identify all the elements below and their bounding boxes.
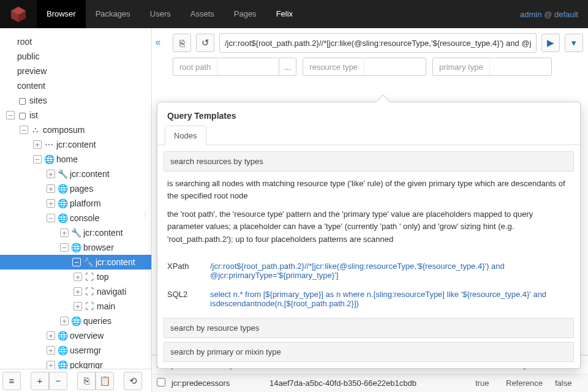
collapse-icon[interactable]: − (6, 111, 15, 119)
expand-icon[interactable]: + (74, 273, 82, 281)
tree-node[interactable]: +🌐queries (59, 314, 151, 328)
login-info[interactable]: admin @ default (510, 10, 588, 19)
tree-node[interactable]: ▢sites (5, 93, 151, 108)
nav-users[interactable]: Users (140, 0, 181, 28)
refresh-button[interactable]: ⟲ (124, 372, 142, 390)
menu-button[interactable]: ≡ (2, 372, 21, 390)
tree-node[interactable]: +🌐usermgr (45, 343, 151, 358)
content-area: « ⎘ ↺ ▶ ▾ root path ... resource type pr… (152, 28, 588, 392)
expand-icon[interactable]: + (60, 228, 69, 237)
tree-node[interactable]: root (5, 34, 151, 49)
expand-icon[interactable]: + (60, 317, 69, 325)
query-templates-popover: Query Templates Nodes search resources b… (157, 102, 581, 369)
collapse-icon[interactable]: − (60, 243, 69, 252)
tree-node[interactable]: public (5, 49, 151, 64)
expand-icon[interactable]: + (47, 184, 55, 193)
tree-node[interactable]: +🌐overview (45, 328, 151, 343)
tab-nodes[interactable]: Nodes (165, 126, 206, 145)
nav-browser[interactable]: Browser (37, 0, 86, 28)
collapse-icon[interactable]: − (72, 258, 81, 266)
nav-pages[interactable]: Pages (224, 0, 266, 28)
expand-icon[interactable]: + (47, 170, 55, 178)
tree-node-selected[interactable]: −🔧jcr:content (0, 255, 151, 270)
tree-node[interactable]: −🌐console (45, 211, 151, 225)
tree-node[interactable]: +⋯jcr:content (32, 137, 151, 152)
globe-icon: 🌐 (71, 243, 81, 252)
collapse-sidebar-icon[interactable]: « (152, 33, 164, 51)
paste-button[interactable]: 📋 (96, 372, 114, 390)
sidebar: root public preview content ▢sites −▢ist… (0, 28, 152, 392)
cubes-icon: ⛶ (85, 287, 94, 296)
section-header[interactable]: search resources by types (164, 151, 574, 172)
tree-node[interactable]: −⛬composum (18, 123, 151, 137)
globe-icon: 🌐 (58, 198, 67, 208)
row-checkbox[interactable] (157, 378, 165, 386)
globe-icon: 🌐 (58, 331, 67, 341)
top-nav: Browser Packages Users Assets Pages Feli… (0, 0, 588, 28)
brand-logo[interactable] (0, 0, 37, 28)
resource-type-field[interactable]: resource type (303, 58, 426, 76)
login-user: admin (520, 10, 541, 19)
sql2-label: SQL2 (167, 290, 198, 308)
expand-icon[interactable]: + (74, 302, 82, 311)
wrench-icon: 🔧 (58, 169, 67, 179)
add-button[interactable]: + (31, 372, 49, 390)
history-button[interactable]: ↺ (196, 34, 214, 52)
globe-icon: 🌐 (44, 154, 54, 164)
copy-button[interactable]: ⎘ (77, 372, 96, 390)
section-header[interactable]: search by resource types (164, 318, 574, 338)
expand-icon[interactable]: + (74, 287, 82, 296)
table-row[interactable]: jcr:predecessors 14aef7da-a5bc-40fd-b350… (152, 374, 588, 392)
expand-icon[interactable]: + (47, 199, 55, 208)
section-description: is searching all nodes with matching res… (167, 178, 570, 202)
cubes-icon: ⛶ (85, 301, 94, 311)
nav-packages[interactable]: Packages (86, 0, 140, 28)
tree-node[interactable]: +⛶navigati (72, 284, 151, 299)
expand-icon[interactable]: + (47, 361, 55, 369)
expand-icon[interactable]: + (47, 331, 55, 340)
collapse-icon[interactable]: − (33, 155, 42, 164)
xpath-label: XPath (167, 262, 198, 280)
tree-node[interactable]: +🔧jcr:content (59, 225, 151, 240)
tree-node[interactable]: content (5, 78, 151, 93)
tree-node[interactable]: +🌐pckgmgr (45, 358, 151, 369)
globe-icon: 🌐 (58, 184, 67, 194)
xpath-value[interactable]: /jcr:root${root_path.path.2}//*[jcr:like… (210, 262, 570, 280)
root-path-field[interactable]: root path ... (173, 58, 296, 76)
expand-icon[interactable]: + (47, 346, 55, 355)
globe-icon: 🌐 (58, 360, 67, 369)
root-path-picker[interactable]: ... (279, 58, 296, 75)
content-icon: ⋯ (44, 140, 54, 149)
globe-icon: 🌐 (71, 316, 81, 326)
copy-query-button[interactable]: ⎘ (173, 34, 191, 52)
remove-button[interactable]: − (49, 372, 67, 390)
sitemap-icon: ⛬ (31, 125, 40, 135)
nav-assets[interactable]: Assets (181, 0, 224, 28)
folder-icon: ▢ (17, 110, 27, 120)
query-input[interactable] (219, 33, 537, 53)
tree-node[interactable]: +🔧jcr:content (45, 167, 151, 181)
filter-button[interactable]: ▾ (565, 34, 583, 52)
sql2-value[interactable]: select n.* from [${primary_type}] as n w… (210, 290, 570, 308)
tree-node[interactable]: +🌐pages (45, 181, 151, 196)
expand-icon[interactable]: + (33, 140, 42, 149)
tree-node[interactable]: −▢ist (5, 108, 151, 123)
tree-node[interactable]: +⛶main (72, 299, 151, 314)
resize-handle[interactable]: ⋮⋮⋮ (142, 212, 149, 219)
tree-node[interactable]: +🌐platform (45, 196, 151, 211)
collapse-icon[interactable]: − (47, 214, 55, 222)
execute-button[interactable]: ▶ (541, 34, 560, 52)
collapse-icon[interactable]: − (20, 126, 28, 134)
popover-title: Query Templates (157, 102, 580, 126)
section-header[interactable]: search by primary or mixin type (164, 342, 574, 362)
tree-node[interactable]: +⛶top (72, 270, 151, 284)
nav-felix[interactable]: Felix (266, 0, 303, 28)
globe-icon: 🌐 (58, 345, 67, 355)
sidebar-toolbar: ≡ + − ⎘ 📋 ⟲ (0, 369, 151, 392)
tree-node[interactable]: −🌐browser (59, 240, 151, 255)
wrench-icon: 🔧 (71, 228, 81, 238)
primary-type-field[interactable]: primary type (432, 58, 552, 76)
folder-icon: ▢ (17, 96, 27, 105)
tree-node[interactable]: −🌐home (32, 152, 151, 167)
tree-node[interactable]: preview (5, 64, 151, 78)
